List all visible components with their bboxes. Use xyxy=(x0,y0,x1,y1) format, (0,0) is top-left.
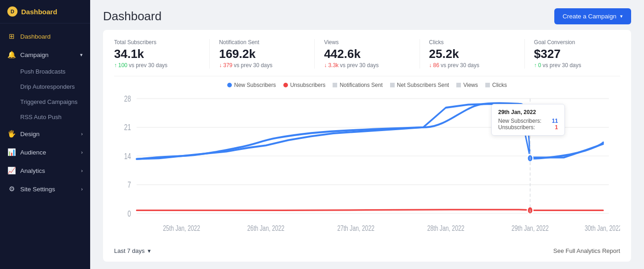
sidebar-item-rss-auto-push[interactable]: RSS Auto Push xyxy=(0,109,90,125)
stat-value: 34.1k xyxy=(114,47,200,61)
sidebar-item-site-settings[interactable]: ⚙ Site Settings › xyxy=(0,180,90,198)
arrow-down-icon: ↓ xyxy=(324,62,327,69)
legend-unsubscribers: Unsubscribers xyxy=(283,82,326,88)
sidebar-item-drip-autoresponders[interactable]: Drip Autoresponders xyxy=(0,79,90,94)
main-content: Dashboard Create a Campaign ▾ Total Subs… xyxy=(90,0,644,269)
see-full-analytics-link[interactable]: See Full Analytics Report xyxy=(553,247,620,254)
chevron-right-icon: › xyxy=(81,186,83,192)
stats-row: Total Subscribers 34.1k ↑ 100 vs prev 30… xyxy=(114,39,620,76)
stat-clicks: Clicks 25.2k ↓ 86 vs prev 30 days xyxy=(429,39,525,69)
change-suffix: vs prev 30 days xyxy=(340,62,379,69)
dashboard-icon: ⊞ xyxy=(7,32,16,40)
legend-label: Views xyxy=(463,82,478,88)
sidebar-item-label: Analytics xyxy=(20,167,45,174)
stat-change: ↑ 100 vs prev 30 days xyxy=(114,62,200,69)
sidebar-logo-label: Dashboard xyxy=(21,8,57,16)
change-value: 0 xyxy=(538,62,541,69)
rss-auto-push-label: RSS Auto Push xyxy=(20,114,62,120)
legend-square xyxy=(333,83,337,87)
svg-text:25th Jan, 2022: 25th Jan, 2022 xyxy=(163,224,200,232)
dashboard-card: Total Subscribers 34.1k ↑ 100 vs prev 30… xyxy=(103,30,631,262)
period-selector[interactable]: Last 7 days ▾ xyxy=(114,247,151,254)
change-suffix: vs prev 30 days xyxy=(441,62,479,69)
sidebar-item-campaign[interactable]: 🔔 Campaign ▾ xyxy=(0,46,90,64)
svg-text:28: 28 xyxy=(124,94,131,103)
stat-value: 169.2k xyxy=(219,47,305,61)
sidebar-item-dashboard[interactable]: ⊞ Dashboard xyxy=(0,27,90,46)
sidebar-item-audience[interactable]: 📊 Audience › xyxy=(0,143,90,161)
change-value: 379 xyxy=(223,62,232,69)
sidebar-logo[interactable]: D Dashboard xyxy=(0,0,90,23)
stat-label: Goal Conversion xyxy=(534,39,620,46)
stat-goal-conversion: Goal Conversion $327 ↑ 0 vs prev 30 days xyxy=(534,39,620,69)
legend-label: New Subscribers xyxy=(234,82,276,88)
legend-notifications-sent: Notifications Sent xyxy=(333,82,382,88)
arrow-up-icon: ↑ xyxy=(114,62,117,69)
sidebar-item-design[interactable]: 🖐 Design › xyxy=(0,125,90,143)
legend-square xyxy=(485,83,490,87)
stat-change: ↓ 379 vs prev 30 days xyxy=(219,62,305,69)
stat-total-subscribers: Total Subscribers 34.1k ↑ 100 vs prev 30… xyxy=(114,39,210,69)
stat-notification-sent: Notification Sent 169.2k ↓ 379 vs prev 3… xyxy=(219,39,315,69)
svg-text:28th Jan, 2022: 28th Jan, 2022 xyxy=(427,224,465,232)
chevron-down-icon: ▾ xyxy=(80,52,83,58)
create-campaign-label: Create a Campaign xyxy=(563,13,616,20)
stat-label: Views xyxy=(324,39,410,46)
period-label: Last 7 days xyxy=(114,247,145,254)
sidebar-item-triggered-campaigns[interactable]: Triggered Campaigns xyxy=(0,94,90,109)
sidebar-item-analytics[interactable]: 📈 Analytics › xyxy=(0,161,90,180)
chevron-right-icon: › xyxy=(81,131,83,137)
legend-square xyxy=(390,83,395,87)
design-icon: 🖐 xyxy=(7,130,16,138)
sidebar: D Dashboard ⊞ Dashboard 🔔 Campaign ▾ Pus… xyxy=(0,0,90,269)
legend-new-subscribers: New Subscribers xyxy=(227,82,276,88)
legend-clicks: Clicks xyxy=(485,82,507,88)
svg-text:30th Jan, 2022: 30th Jan, 2022 xyxy=(585,224,620,232)
arrow-down-icon: ↓ xyxy=(219,62,222,69)
stat-change: ↓ 3.3k vs prev 30 days xyxy=(324,62,410,69)
site-settings-icon: ⚙ xyxy=(7,185,16,193)
change-value: 86 xyxy=(433,62,439,69)
stat-change: ↑ 0 vs prev 30 days xyxy=(534,62,620,69)
sidebar-item-label: Site Settings xyxy=(20,186,55,193)
stat-label: Notification Sent xyxy=(219,39,305,46)
change-suffix: vs prev 30 days xyxy=(543,62,581,69)
chevron-down-icon: ▾ xyxy=(148,247,151,254)
stat-change: ↓ 86 vs prev 30 days xyxy=(429,62,515,69)
sidebar-navigation: ⊞ Dashboard 🔔 Campaign ▾ Push Broadcasts… xyxy=(0,23,90,269)
svg-text:7: 7 xyxy=(127,180,131,189)
main-header: Dashboard Create a Campaign ▾ xyxy=(90,0,644,30)
change-value: 100 xyxy=(118,62,127,69)
chart-bottom-bar: Last 7 days ▾ See Full Analytics Report xyxy=(114,246,620,254)
sidebar-item-push-broadcasts[interactable]: Push Broadcasts xyxy=(0,64,90,79)
stat-label: Total Subscribers xyxy=(114,39,200,46)
chart-legend: New Subscribers Unsubscribers Notificati… xyxy=(114,82,620,88)
legend-dot xyxy=(227,83,232,87)
analytics-icon: 📈 xyxy=(7,166,16,175)
create-campaign-button[interactable]: Create a Campaign ▾ xyxy=(554,8,631,24)
sidebar-item-label: Audience xyxy=(20,149,46,156)
logo-icon: D xyxy=(7,6,17,17)
change-value: 3.3k xyxy=(328,62,339,69)
legend-label: Net Subscribers Sent xyxy=(397,82,449,88)
sidebar-item-label: Design xyxy=(20,131,40,137)
drip-autoresponders-label: Drip Autoresponders xyxy=(20,83,75,90)
push-broadcasts-label: Push Broadcasts xyxy=(20,68,65,75)
campaign-icon: 🔔 xyxy=(7,51,16,59)
chart-container: 28 21 14 7 0 25th Jan, 2022 26th Jan, 20… xyxy=(114,91,620,242)
chevron-right-icon: › xyxy=(81,149,83,155)
stat-value: $327 xyxy=(534,47,620,61)
chart-svg: 28 21 14 7 0 25th Jan, 2022 26th Jan, 20… xyxy=(114,91,620,242)
main-body: Total Subscribers 34.1k ↑ 100 vs prev 30… xyxy=(90,30,644,269)
arrow-up-icon: ↑ xyxy=(534,62,537,69)
legend-net-subscribers: Net Subscribers Sent xyxy=(390,82,449,88)
page-title: Dashboard xyxy=(103,9,161,23)
chevron-right-icon: › xyxy=(81,168,83,173)
sidebar-item-label: Dashboard xyxy=(20,33,51,40)
svg-text:21: 21 xyxy=(124,123,131,132)
legend-label: Clicks xyxy=(492,82,507,88)
svg-text:29th Jan, 2022: 29th Jan, 2022 xyxy=(512,224,549,232)
audience-icon: 📊 xyxy=(7,148,16,156)
sidebar-item-label: Campaign xyxy=(20,52,49,58)
stat-label: Clicks xyxy=(429,39,515,46)
